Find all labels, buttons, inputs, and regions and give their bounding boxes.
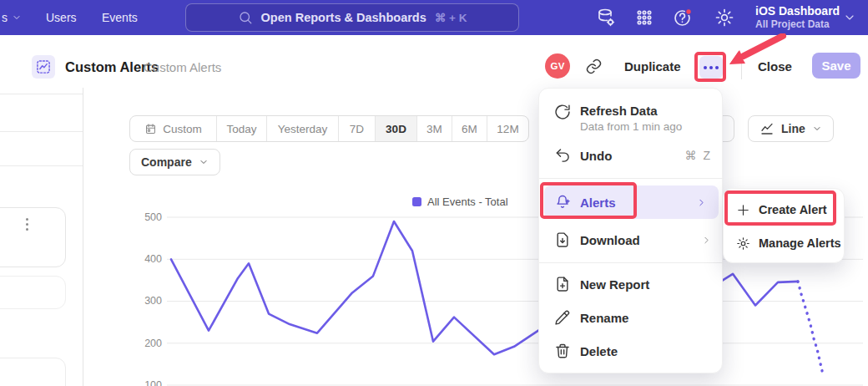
search-shortcut: ⌘ + K [435, 11, 467, 24]
range-custom[interactable]: Custom [130, 116, 217, 141]
data-management-icon[interactable] [596, 8, 616, 28]
topbar: s Users Events Open Reports & Dashboards… [0, 0, 868, 35]
range-3m[interactable]: 3M [417, 116, 452, 141]
calendar-icon [144, 123, 157, 135]
avatar[interactable]: GV [545, 53, 570, 79]
menu-item-shortcut: ⌘ Z [685, 149, 712, 162]
range-segment: Yesterday [278, 123, 328, 135]
range-segment: 3M [426, 123, 442, 135]
help-icon[interactable] [673, 8, 693, 28]
menu-item-new-report[interactable]: New Report [539, 267, 724, 301]
range-segment: Today [226, 123, 256, 135]
menu-item-label: Refresh Data [580, 104, 682, 118]
nav-item-events[interactable]: Events [102, 0, 138, 35]
nav-partial-label: s [2, 11, 8, 24]
range-segment: 7D [350, 123, 364, 135]
chevron-down-icon [12, 13, 22, 23]
chevron-right-icon [696, 197, 707, 208]
project-scope: All Project Data [755, 18, 839, 31]
submenu-item-manage-alerts[interactable]: Manage Alerts [724, 226, 845, 260]
save-button[interactable]: Save [812, 53, 860, 79]
menu-item-refresh-data[interactable]: Refresh Data Data from 1 min ago [539, 95, 724, 135]
compare-button[interactable]: Compare [129, 149, 220, 175]
more-options-menu: Refresh Data Data from 1 min ago Undo ⌘ … [538, 88, 723, 373]
y-axis-tick: 300 [130, 295, 162, 307]
submenu-item-label: Manage Alerts [759, 236, 841, 250]
panel-divider [0, 165, 83, 166]
project-switcher[interactable]: iOS Dashboard All Project Data [755, 3, 839, 31]
menu-item-alerts[interactable]: Alerts [544, 185, 719, 219]
gear-icon [736, 236, 750, 251]
copy-link-icon[interactable] [585, 58, 603, 75]
duplicate-button[interactable]: Duplicate [624, 59, 681, 74]
panel-card[interactable] [0, 358, 66, 386]
chevron-right-icon [701, 235, 712, 246]
chart-dotted-path [798, 282, 822, 371]
trash-icon [554, 343, 571, 359]
range-7d[interactable]: 7D [339, 116, 376, 141]
panel-divider [0, 94, 83, 94]
refresh-icon [554, 104, 571, 120]
legend-label: All Events - Total [427, 196, 508, 208]
nav-events-label: Events [102, 11, 138, 24]
search-placeholder: Open Reports & Dashboards [261, 11, 426, 24]
range-12m[interactable]: 12M [487, 116, 528, 141]
pencil-icon [554, 309, 571, 326]
submenu-item-label: Create Alert [759, 203, 827, 216]
panel-divider [0, 131, 83, 132]
menu-item-download[interactable]: Download [539, 223, 724, 256]
plus-icon [736, 203, 750, 217]
project-name: iOS Dashboard [755, 3, 839, 18]
menu-divider [539, 262, 724, 263]
nav-item-users[interactable]: Users [46, 0, 77, 35]
close-button[interactable]: Close [758, 59, 792, 74]
range-yesterday[interactable]: Yesterday [267, 116, 339, 141]
nav-users-label: Users [46, 11, 77, 24]
date-range-group: Custom Today Yesterday 7D 30D 3M 6M 12M [129, 115, 529, 142]
submenu-item-create-alert[interactable]: Create Alert [724, 193, 845, 226]
range-segment: 12M [497, 123, 518, 135]
report-header: Custom Alerts Custom Alerts GV Duplicate… [0, 35, 868, 88]
chevron-down-icon [812, 124, 822, 134]
chevron-down-icon [199, 157, 209, 167]
menu-item-label: New Report [580, 277, 649, 292]
menu-item-undo[interactable]: Undo ⌘ Z [539, 139, 724, 172]
file-plus-icon [554, 276, 571, 292]
menu-item-label: Download [580, 233, 640, 247]
avatar-initials: GV [550, 61, 564, 71]
compare-label: Compare [141, 155, 192, 169]
range-6m[interactable]: 6M [452, 116, 487, 141]
breadcrumb: Custom Alerts [144, 60, 221, 74]
more-options-button[interactable] [699, 56, 723, 79]
range-segment: Custom [163, 123, 202, 135]
download-icon [554, 231, 571, 248]
header-divider [741, 56, 742, 79]
panel-card[interactable] [0, 207, 66, 267]
menu-item-sublabel: Data from 1 min ago [580, 120, 682, 133]
range-30d[interactable]: 30D [376, 116, 417, 141]
settings-gear-icon[interactable] [714, 8, 734, 28]
panel-card[interactable] [0, 276, 66, 309]
menu-item-label: Undo [580, 149, 612, 163]
chart-type-label: Line [781, 122, 805, 135]
chart-type-button[interactable]: Line [748, 115, 834, 142]
menu-divider [539, 178, 724, 179]
legend-swatch [412, 197, 421, 206]
y-axis-tick: 500 [130, 211, 162, 223]
nav-boards-partial[interactable]: s [2, 0, 22, 35]
bell-plus-icon [554, 194, 571, 211]
line-chart-icon [760, 121, 775, 136]
project-chevron-down-icon[interactable] [843, 11, 856, 24]
range-today[interactable]: Today [217, 116, 267, 141]
menu-item-rename[interactable]: Rename [539, 301, 724, 334]
undo-icon [554, 147, 571, 164]
menu-item-delete[interactable]: Delete [539, 334, 724, 368]
apps-grid-icon[interactable] [634, 8, 654, 28]
kebab-menu-icon[interactable] [26, 218, 28, 231]
menu-item-label: Delete [580, 344, 618, 358]
menu-item-label: Alerts [580, 196, 616, 210]
range-segment: 30D [386, 123, 406, 135]
search-icon [238, 10, 253, 25]
chart-legend: All Events - Total [412, 196, 508, 208]
global-search[interactable]: Open Reports & Dashboards ⌘ + K [185, 3, 519, 32]
